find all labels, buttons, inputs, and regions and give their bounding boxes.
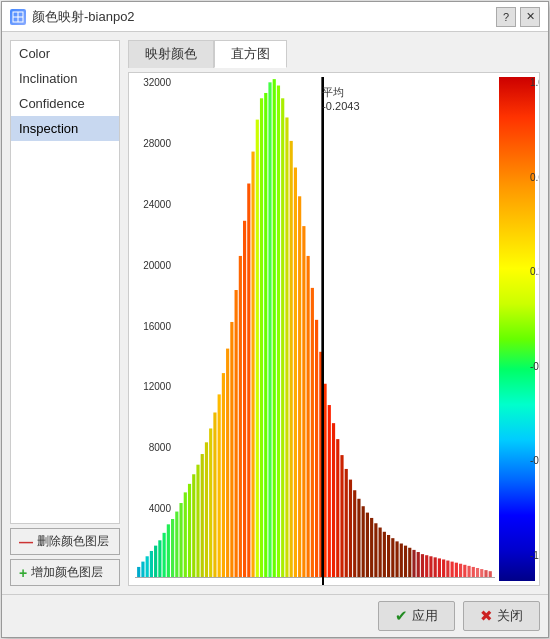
svg-rect-27: [239, 256, 242, 578]
svg-rect-58: [370, 518, 373, 578]
svg-rect-52: [345, 469, 348, 578]
histogram-inner: 32000 28000 24000 20000 16000 12000 8000…: [133, 77, 495, 586]
svg-rect-32: [260, 98, 263, 577]
svg-rect-64: [395, 541, 398, 577]
svg-rect-12: [175, 512, 178, 578]
svg-rect-11: [171, 519, 174, 578]
svg-rect-82: [472, 567, 475, 578]
svg-rect-34: [268, 82, 271, 577]
svg-rect-35: [273, 79, 276, 577]
svg-rect-61: [383, 532, 386, 578]
tabs-row: 映射颜色 直方图: [128, 40, 540, 68]
svg-rect-43: [307, 256, 310, 578]
colorbar-label-3: 0.2000: [530, 266, 540, 277]
colorbar-label-5: -0.600: [530, 455, 540, 466]
title-bar-left: 颜色映射-bianpo2: [10, 8, 135, 26]
svg-rect-6: [150, 551, 153, 578]
svg-rect-63: [391, 538, 394, 577]
svg-rect-40: [294, 168, 297, 578]
svg-rect-85: [484, 570, 487, 577]
svg-rect-62: [387, 535, 390, 578]
svg-rect-17: [196, 465, 199, 578]
colorbar-label-6: -1.000: [530, 550, 540, 561]
close-icon: ✖: [480, 607, 493, 625]
remove-icon: —: [19, 534, 33, 550]
tab-histogram[interactable]: 直方图: [214, 40, 287, 68]
svg-rect-78: [455, 563, 458, 578]
svg-rect-57: [366, 513, 369, 578]
svg-rect-68: [412, 550, 415, 578]
add-layer-button[interactable]: + 增加颜色图层: [10, 559, 120, 586]
apply-icon: ✔: [395, 607, 408, 625]
svg-rect-81: [467, 566, 470, 578]
nav-item-inclination[interactable]: Inclination: [11, 66, 119, 91]
svg-rect-30: [251, 152, 254, 578]
svg-rect-18: [201, 454, 204, 578]
svg-rect-56: [362, 506, 365, 577]
svg-rect-65: [400, 544, 403, 578]
svg-rect-24: [226, 349, 229, 578]
close-button[interactable]: ✖ 关闭: [463, 601, 540, 631]
svg-rect-76: [446, 561, 449, 578]
svg-rect-36: [277, 86, 280, 578]
svg-rect-15: [188, 484, 191, 578]
bottom-bar: ✔ 应用 ✖ 关闭: [2, 594, 548, 637]
svg-rect-29: [247, 184, 250, 578]
svg-rect-77: [451, 562, 454, 578]
svg-rect-39: [290, 141, 293, 578]
mean-line: [322, 77, 324, 586]
svg-rect-33: [264, 93, 267, 578]
apply-button[interactable]: ✔ 应用: [378, 601, 455, 631]
svg-rect-26: [235, 290, 238, 578]
svg-rect-31: [256, 120, 259, 578]
colorbar-label-1: 1.0000: [530, 77, 540, 88]
apply-label: 应用: [412, 607, 438, 625]
svg-rect-14: [184, 492, 187, 577]
svg-rect-59: [374, 523, 377, 577]
chart-area: 32000 28000 24000 20000 16000 12000 8000…: [128, 72, 540, 586]
svg-rect-70: [421, 554, 424, 577]
svg-rect-80: [463, 565, 466, 578]
svg-rect-9: [163, 533, 166, 578]
app-icon: [10, 9, 26, 25]
svg-rect-60: [379, 528, 382, 578]
svg-rect-44: [311, 288, 314, 578]
nav-item-inspection[interactable]: Inspection: [11, 116, 119, 141]
svg-rect-28: [243, 221, 246, 578]
svg-rect-55: [357, 499, 360, 578]
svg-rect-37: [281, 98, 284, 577]
svg-rect-84: [480, 569, 483, 578]
right-panel: 映射颜色 直方图 32000 28000 24000 20000 16000: [128, 40, 540, 586]
svg-rect-54: [353, 490, 356, 577]
nav-item-confidence[interactable]: Confidence: [11, 91, 119, 116]
svg-rect-53: [349, 480, 352, 578]
svg-rect-23: [222, 373, 225, 577]
histogram-chart: [135, 77, 495, 586]
help-button[interactable]: ?: [496, 7, 516, 27]
tab-mapping[interactable]: 映射颜色: [128, 40, 214, 68]
histogram-container: 32000 28000 24000 20000 16000 12000 8000…: [133, 77, 495, 581]
svg-rect-10: [167, 524, 170, 577]
svg-rect-20: [209, 428, 212, 577]
svg-rect-5: [146, 556, 149, 577]
nav-item-color[interactable]: Color: [11, 41, 119, 66]
remove-layer-button[interactable]: — 删除颜色图层: [10, 528, 120, 555]
svg-rect-41: [298, 196, 301, 577]
main-content: Color Inclination Confidence Inspection …: [2, 32, 548, 594]
svg-rect-48: [328, 405, 331, 578]
close-label: 关闭: [497, 607, 523, 625]
svg-rect-4: [141, 562, 144, 578]
title-buttons: ? ✕: [496, 7, 540, 27]
svg-rect-22: [218, 394, 221, 577]
colorbar: 1.0000 0.6000 0.2000 -0.200 -0.600 -1.00…: [499, 77, 535, 581]
svg-rect-79: [459, 564, 462, 578]
svg-rect-71: [425, 555, 428, 577]
main-window: 颜色映射-bianpo2 ? ✕ Color Inclination Confi…: [1, 1, 549, 638]
nav-list: Color Inclination Confidence Inspection: [10, 40, 120, 524]
svg-rect-50: [336, 439, 339, 577]
title-bar: 颜色映射-bianpo2 ? ✕: [2, 2, 548, 32]
svg-rect-38: [285, 117, 288, 577]
close-title-button[interactable]: ✕: [520, 7, 540, 27]
svg-rect-19: [205, 442, 208, 577]
svg-rect-25: [230, 322, 233, 578]
